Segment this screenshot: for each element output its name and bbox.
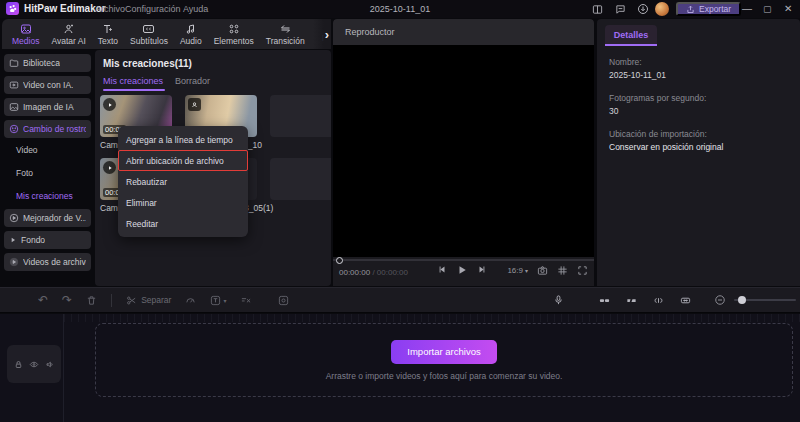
menu-item-delete[interactable]: Eliminar (118, 192, 248, 213)
sidebar-item-video-con-ia[interactable]: Video con IA. (4, 76, 91, 94)
snapshot-icon[interactable] (537, 265, 548, 276)
speaker-icon[interactable] (45, 360, 55, 369)
close-gap-icon[interactable] (240, 295, 252, 306)
player-title: Reproductor (345, 27, 395, 37)
undo-icon[interactable]: ↶ (38, 293, 48, 307)
tab-medios[interactable]: Medios (6, 19, 45, 49)
fullscreen-icon[interactable] (577, 265, 588, 276)
close-button[interactable]: ✕ (784, 3, 792, 14)
subtitles-icon (142, 23, 155, 35)
fps-value: 30 (609, 106, 618, 116)
media-thumbnail[interactable] (270, 158, 331, 200)
track-header (7, 345, 61, 383)
media-tab-mis-creaciones[interactable]: Mis creaciones (103, 76, 163, 86)
chevron-down-icon: ▾ (525, 267, 528, 274)
seek-knob[interactable] (336, 257, 343, 264)
tab-audio[interactable]: Audio (174, 19, 208, 49)
player-panel: Reproductor 00:00:00 / 00:00:00 16:9 ▾ (333, 19, 594, 286)
sidebar-label: Video con IA. (23, 80, 73, 90)
tab-audio-label: Audio (180, 36, 202, 46)
stock-video-icon (9, 257, 19, 267)
download-icon[interactable] (636, 2, 650, 16)
redo-icon[interactable]: ↷ (62, 293, 72, 307)
tab-avatar-ai[interactable]: Avatar AI (45, 19, 91, 49)
split-clips-icon[interactable] (625, 295, 638, 306)
next-frame-button[interactable] (478, 265, 487, 275)
menu-ayuda[interactable]: Ayuda (183, 4, 208, 14)
sidebar-item-cambio-de-rostro[interactable]: Cambio de rostro (4, 120, 91, 138)
name-value: 2025-10-11_01 (609, 70, 666, 80)
sidebar-item-imagen-de-ia[interactable]: Imagen de IA (4, 98, 91, 116)
aspect-ratio-value: 16:9 (507, 266, 523, 275)
feedback-icon[interactable] (613, 2, 627, 16)
sidebar-label: Videos de archivo (23, 257, 86, 267)
lock-icon[interactable] (14, 360, 23, 369)
trim-gap-icon[interactable] (652, 295, 665, 306)
media-thumbnail[interactable] (270, 95, 331, 137)
import-files-button[interactable]: Importar archivos (391, 340, 496, 364)
speed-icon[interactable] (185, 295, 196, 306)
zoom-out-icon[interactable] (714, 294, 726, 306)
play-button[interactable] (457, 265, 467, 275)
tab-transicion[interactable]: Transición (260, 19, 311, 49)
project-title: 2025-10-11_01 (370, 4, 430, 14)
sidebar-item-mejorador[interactable]: Mejorador de V... (4, 209, 91, 227)
tab-detalles[interactable]: Detalles (605, 25, 657, 46)
tab-transicion-label: Transición (266, 36, 305, 46)
audio-icon (185, 23, 197, 35)
video-preview[interactable] (333, 45, 594, 257)
text-tool-button[interactable]: ▾ (210, 295, 226, 306)
user-avatar[interactable] (655, 2, 669, 16)
sidebar-item-biblioteca[interactable]: Biblioteca (4, 54, 91, 72)
menu-item-open-file-location[interactable]: Abrir ubicación de archivo (118, 150, 248, 171)
seek-bar[interactable] (333, 259, 594, 261)
aspect-ratio-select[interactable]: 16:9 ▾ (507, 266, 528, 275)
layout-panels-icon[interactable] (590, 2, 604, 16)
snap-icon[interactable] (598, 295, 611, 306)
minimize-button[interactable]: — (742, 3, 752, 14)
tab-subtitulos[interactable]: Subtítulos (124, 19, 174, 49)
sidebar-label: Cambio de rostro (23, 124, 86, 134)
menu-archivo[interactable]: Archivo (95, 4, 125, 14)
split-button[interactable]: Separar (126, 295, 171, 306)
menu-configuracion[interactable]: Configuración (125, 4, 181, 14)
sidebar-subitem-foto[interactable]: Foto (16, 166, 33, 180)
freeze-frame-icon[interactable] (278, 295, 289, 306)
maximize-button[interactable]: ▢ (763, 4, 772, 14)
folder-icon (9, 58, 19, 68)
media-dropzone[interactable]: Importar archivos Arrastre o importe vid… (95, 323, 793, 397)
media-tab-borrador[interactable]: Borrador (175, 76, 210, 86)
transition-icon (279, 23, 292, 35)
visibility-icon[interactable] (29, 360, 39, 369)
grid-icon[interactable] (557, 265, 568, 276)
export-button[interactable]: Exportar (676, 2, 741, 16)
previous-frame-button[interactable] (437, 265, 446, 275)
menu-item-rename[interactable]: Rebautizar (118, 171, 248, 192)
details-panel: Detalles Nombre: 2025-10-11_01 Fotograma… (597, 19, 800, 286)
sidebar-item-fondo[interactable]: Fondo (4, 231, 91, 249)
timeline-zoom-slider[interactable] (734, 299, 796, 301)
tab-subtitulos-label: Subtítulos (130, 36, 168, 46)
tab-texto[interactable]: Texto (92, 19, 124, 49)
ribbon-scroll-right-button[interactable]: › (313, 19, 331, 49)
text-box-icon (210, 295, 221, 306)
timeline-ruler[interactable] (64, 314, 800, 322)
enhancer-icon (9, 213, 19, 223)
player-controls: 00:00:00 / 00:00:00 16:9 ▾ (333, 257, 594, 286)
zoom-slider-knob[interactable] (738, 296, 746, 304)
active-tab-underline (103, 89, 165, 91)
menu-item-reedit[interactable]: Reeditar (118, 213, 248, 234)
sidebar-label: Biblioteca (23, 58, 60, 68)
titlebar: HitPaw Edimakor Archivo Configuración Ay… (0, 0, 800, 18)
avatar-ai-icon (63, 23, 75, 35)
sidebar-subitem-video[interactable]: Video (16, 143, 38, 157)
sidebar-subitem-mis-creaciones[interactable]: Mis creaciones (16, 189, 73, 203)
scissors-icon (126, 295, 137, 306)
menu-item-add-to-timeline[interactable]: Agregar a la línea de tiempo (118, 129, 248, 150)
import-location-label: Ubicación de importación: (609, 129, 707, 139)
sidebar-item-videos-de-archivo[interactable]: Videos de archivo (4, 253, 91, 271)
tab-elementos[interactable]: Elementos (208, 19, 260, 49)
fit-timeline-icon[interactable] (679, 295, 692, 306)
microphone-icon[interactable] (553, 294, 564, 306)
trash-icon[interactable] (86, 295, 97, 306)
